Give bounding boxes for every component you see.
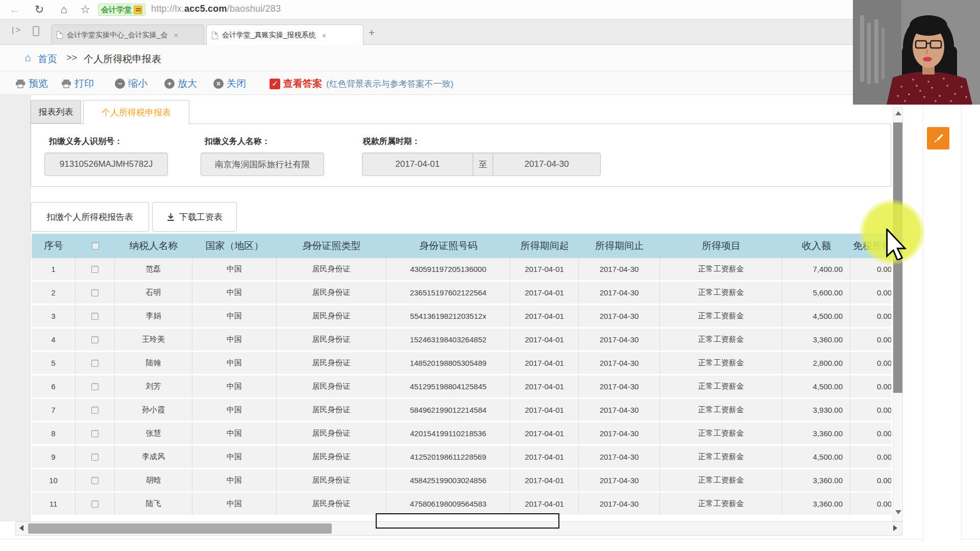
taxpayer-id-label: 扣缴义务人识别号： [49,136,122,147]
brush-tool-button[interactable] [927,127,949,149]
scroll-right-icon[interactable] [893,525,897,531]
row-checkbox[interactable] [91,477,99,484]
minus-circle-icon: − [115,79,125,89]
tab-personal-income-tax[interactable]: 个人所得税申报表 [83,100,189,124]
close-button[interactable]: × 关闭 [213,77,246,90]
period-end-field[interactable]: 2017-04-30 [493,153,601,176]
withholding-report-button[interactable]: 扣缴个人所得税报告表 [31,202,149,232]
address-url[interactable]: http://lx.acc5.com/baoshui/283 [151,4,281,14]
print-button[interactable]: 打印 [61,77,94,90]
row-checkbox[interactable] [91,266,99,273]
tab-close-icon[interactable]: × [174,31,179,39]
breadcrumb-home-link[interactable]: 首页 [38,53,57,66]
cell-select [76,399,115,421]
scroll-up-icon[interactable] [895,111,901,115]
zoom-in-button[interactable]: + 放大 [164,77,197,90]
cell-end: 2017-04-30 [579,282,660,304]
home-icon[interactable]: ⌂ [56,3,71,16]
device-icon[interactable] [33,26,39,36]
preview-button[interactable]: 预览 [15,77,48,90]
header-cell-id_no: 身份证照号码 [386,234,510,258]
printer-icon [61,79,71,88]
cell-exempt: 0.00 [850,305,891,327]
row-checkbox[interactable] [91,383,99,390]
row-checkbox[interactable] [91,313,99,320]
browser-tab-2[interactable]: 会计学堂_真账实操_报税系统 × [206,24,363,45]
cell-name: 石明 [115,282,192,304]
cell-income: 4,500.00 [782,446,850,468]
period-start-field[interactable]: 2017-04-01 [362,153,473,176]
breadcrumb: ⌂ 首页 >> 个人所得税申报表 [0,45,980,71]
cell-start: 2017-04-01 [510,399,579,421]
cell-id_no: 152463198403264852 [386,329,510,350]
cell-end: 2017-04-30 [579,375,660,397]
cell-income: 3,930.00 [782,399,850,421]
zoom-out-button[interactable]: − 缩小 [115,77,148,90]
download-salary-button[interactable]: 下载工资表 [152,202,237,232]
scroll-down-icon[interactable] [895,510,901,514]
cell-name: 范磊 [115,258,192,280]
row-checkbox[interactable] [91,454,99,461]
header-cell-end: 所得期间止 [579,234,660,258]
cell-country: 中国 [192,375,277,397]
download-salary-label: 下载工资表 [179,211,223,223]
cell-income: 2,800.00 [782,352,850,374]
cell-name: 李成风 [115,446,192,468]
right-side-panel [923,105,962,542]
cell-exempt: 0.00 [850,282,891,304]
cell-no: 1 [32,258,76,280]
cell-id_no: 236515197602122564 [386,282,510,304]
row-checkbox[interactable] [91,500,99,508]
cell-end: 2017-04-30 [579,446,660,468]
cell-start: 2017-04-01 [510,446,579,468]
browser-tab-strip: |> 会计学堂实操中心_会计实操_会 × 会计学堂_真账实操_报税系统 × + [0,19,980,45]
home-icon[interactable]: ⌂ [24,52,31,64]
cell-no: 10 [32,469,76,491]
breadcrumb-separator: >> [66,53,77,63]
url-host: acc5.com [184,4,227,14]
horizontal-scrollbar-thumb[interactable] [28,523,332,534]
cell-id_no: 451295198804125845 [386,375,510,397]
cell-no: 2 [32,282,76,304]
row-checkbox[interactable] [91,407,99,414]
cell-id_type: 居民身份证 [277,446,386,468]
view-answer-button[interactable]: ✓ 查看答案 (红色背景表示与参考答案不一致) [270,77,453,90]
select-all-checkbox[interactable] [92,242,99,249]
row-checkbox[interactable] [91,289,99,296]
cell-income: 3,360.00 [782,469,850,491]
cell-start: 2017-04-01 [510,352,579,374]
declaration-form-panel: 扣缴义务人识别号： 91310526MAJMH5782J 扣缴义务人名称： 南京… [31,123,891,187]
tab-report-list[interactable]: 报表列表 [31,100,81,123]
cell-country: 中国 [192,329,277,350]
row-checkbox[interactable] [91,336,99,343]
refresh-icon[interactable]: ↻ [32,3,47,16]
cell-id_type: 居民身份证 [277,493,386,515]
tab-close-icon[interactable]: × [322,31,327,40]
cell-select [76,258,115,280]
row-checkbox[interactable] [91,430,99,437]
url-path: /baoshui/283 [227,4,281,14]
cell-start: 2017-04-01 [510,375,579,397]
header-cell-income: 收入额 [782,234,850,258]
cell-end: 2017-04-30 [579,422,660,444]
taxpayer-name-field[interactable]: 南京海润国际旅行社有限 [201,153,324,176]
scroll-left-icon[interactable] [19,525,23,531]
row-checkbox[interactable] [91,360,99,367]
cell-no: 4 [32,329,76,350]
cell-exempt: 0.00 [850,329,891,350]
cell-end: 2017-04-30 [579,329,660,350]
browser-tab-1[interactable]: 会计学堂实操中心_会计实操_会 × [51,24,204,45]
cell-end: 2017-04-30 [579,258,660,280]
browser-tab-1-title: 会计学堂实操中心_会计实操_会 [67,31,168,40]
site-badge[interactable]: 会计学堂 [98,4,145,16]
sidebar-toggle-icon[interactable]: |> [10,26,20,35]
taxpayer-name-label: 扣缴义务人名称： [205,136,270,147]
cell-country: 中国 [192,352,277,374]
back-icon[interactable]: ← [7,3,22,16]
cell-start: 2017-04-01 [510,329,579,350]
new-tab-button[interactable]: + [369,27,375,39]
taxpayer-id-field[interactable]: 91310526MAJMH5782J [44,153,168,176]
cell-name: 孙小霞 [115,399,192,421]
cell-income: 7,400.00 [782,258,850,280]
bookmark-star-icon[interactable]: ☆ [78,3,93,16]
